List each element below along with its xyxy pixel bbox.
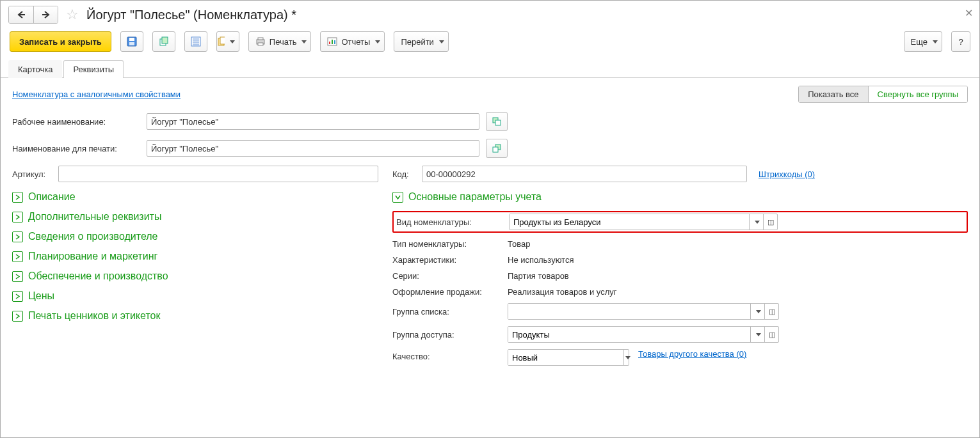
tabs: Карточка Реквизиты	[1, 59, 979, 78]
svg-rect-15	[258, 38, 263, 40]
svg-rect-22	[495, 120, 501, 125]
tab-card[interactable]: Карточка	[8, 60, 62, 78]
group-access-dropdown-button[interactable]	[750, 327, 764, 342]
caret-down-icon	[625, 356, 631, 359]
print-label: Печать	[269, 37, 297, 47]
page-title: Йогурт "Полесье" (Номенклатура) *	[86, 8, 296, 22]
caret-down-icon	[301, 40, 307, 43]
group-access-row: Группа доступа: ◫	[392, 326, 968, 343]
save-button[interactable]	[120, 31, 143, 52]
svg-rect-6	[162, 37, 168, 43]
goto-button[interactable]: Перейти	[394, 31, 449, 52]
arrow-left-icon	[17, 11, 26, 19]
content: Номенклатура с аналогичными свойствами П…	[1, 78, 979, 380]
caret-down-icon	[933, 40, 938, 43]
group-list-dropdown-button[interactable]	[750, 304, 764, 319]
nav-forward-button[interactable]	[33, 6, 58, 23]
help-label: ?	[958, 37, 963, 47]
exp-main-params[interactable]: Основные параметры учета	[392, 191, 968, 203]
kind-select[interactable]: ◫	[509, 214, 778, 230]
sale-row: Оформление продажи: Реализация товаров и…	[392, 287, 968, 297]
code-input[interactable]	[422, 166, 747, 182]
group-list-row: Группа списка: ◫	[392, 303, 968, 320]
series-row: Серии: Партия товаров	[392, 271, 968, 281]
caret-down-icon	[756, 333, 761, 336]
exp-additional[interactable]: Дополнительные реквизиты	[12, 211, 371, 223]
kind-label: Вид номенклатуры:	[396, 217, 509, 227]
caret-down-icon	[439, 40, 444, 43]
quality-row: Качество: Товары другого качества (0)	[392, 349, 968, 366]
exp-labels[interactable]: Печать ценников и этикеток	[12, 310, 371, 322]
svg-rect-20	[334, 40, 335, 44]
nav-back-button[interactable]	[9, 6, 33, 23]
sku-code-row: Артикул: Код: Штрихкоды (0)	[12, 166, 968, 182]
copy-down-button[interactable]	[486, 112, 508, 131]
close-button[interactable]: ✕	[965, 7, 973, 19]
other-quality-link[interactable]: Товары другого качества (0)	[638, 349, 746, 359]
svg-rect-4	[129, 42, 134, 45]
exp-planning[interactable]: Планирование и маркетинг	[12, 251, 371, 262]
group-access-open-button[interactable]: ◫	[764, 327, 778, 342]
analog-link[interactable]: Номенклатура с аналогичными свойствами	[12, 90, 181, 99]
group-list-select[interactable]: ◫	[508, 303, 779, 320]
exp-prices[interactable]: Цены	[12, 290, 371, 302]
quality-select[interactable]	[508, 349, 629, 366]
favorite-star-icon[interactable]: ☆	[66, 6, 79, 23]
toolbar: Записать и закрыть Печать Отчеты Перейти	[1, 26, 979, 59]
save-icon	[127, 36, 137, 47]
list-button[interactable]	[184, 31, 207, 52]
group-access-input[interactable]	[508, 327, 750, 342]
quality-dropdown-button[interactable]	[623, 350, 631, 365]
exp-description[interactable]: Описание	[12, 191, 371, 203]
caret-down-icon	[230, 40, 235, 43]
quality-input[interactable]	[508, 350, 623, 365]
save-and-close-button[interactable]: Записать и закрыть	[10, 31, 111, 52]
barcodes-link[interactable]: Штрихкоды (0)	[759, 169, 815, 179]
caret-down-icon	[375, 40, 380, 43]
arrow-right-icon	[42, 11, 51, 19]
svg-rect-3	[129, 38, 134, 41]
print-name-input[interactable]	[147, 140, 479, 157]
left-column: Описание Дополнительные реквизиты Сведен…	[12, 191, 371, 372]
code-label: Код:	[392, 169, 422, 179]
collapse-all-button[interactable]: Свернуть все группы	[868, 86, 967, 102]
copy-down-icon	[492, 116, 502, 127]
char-row: Характеристики: Не используются	[392, 255, 968, 265]
group-list-input[interactable]	[508, 304, 750, 319]
kind-open-button[interactable]: ◫	[763, 214, 777, 230]
copy-button[interactable]	[152, 31, 175, 52]
reports-button[interactable]: Отчеты	[320, 31, 385, 52]
help-button[interactable]: ?	[951, 31, 970, 52]
more-label: Еще	[911, 37, 928, 47]
titlebar: ☆ Йогурт "Полесье" (Номенклатура) * ✕	[1, 1, 979, 26]
sku-input[interactable]	[58, 166, 378, 182]
print-name-label: Наименование для печати:	[12, 144, 147, 153]
group-list-open-button[interactable]: ◫	[764, 304, 778, 319]
print-button[interactable]: Печать	[248, 31, 312, 52]
kind-dropdown-button[interactable]	[749, 214, 763, 230]
caret-down-icon	[756, 310, 761, 313]
exp-producer[interactable]: Сведения о производителе	[12, 231, 371, 242]
reports-icon	[327, 36, 337, 47]
more-button[interactable]: Еще	[904, 31, 942, 52]
tab-requisites[interactable]: Реквизиты	[63, 60, 124, 78]
kind-input[interactable]	[510, 214, 749, 230]
db-dropdown-button[interactable]	[216, 31, 239, 52]
group-access-select[interactable]: ◫	[508, 326, 779, 343]
exp-supply[interactable]: Обеспечение и производство	[12, 270, 371, 282]
chevron-right-icon	[12, 192, 23, 203]
work-name-input[interactable]	[147, 113, 479, 130]
svg-rect-18	[329, 42, 330, 44]
chevron-right-icon	[12, 271, 23, 282]
print-name-row: Наименование для печати:	[12, 139, 968, 158]
chevron-right-icon	[12, 251, 23, 262]
copy-up-button[interactable]	[486, 139, 508, 158]
topline: Номенклатура с аналогичными свойствами П…	[12, 86, 968, 103]
show-all-button[interactable]: Показать все	[799, 86, 867, 102]
reports-label: Отчеты	[341, 37, 370, 47]
chevron-right-icon	[12, 212, 23, 223]
group-toggle: Показать все Свернуть все группы	[798, 86, 968, 103]
chevron-right-icon	[12, 291, 23, 302]
type-row: Тип номенклатуры: Товар	[392, 239, 968, 249]
copy-icon	[159, 36, 169, 47]
